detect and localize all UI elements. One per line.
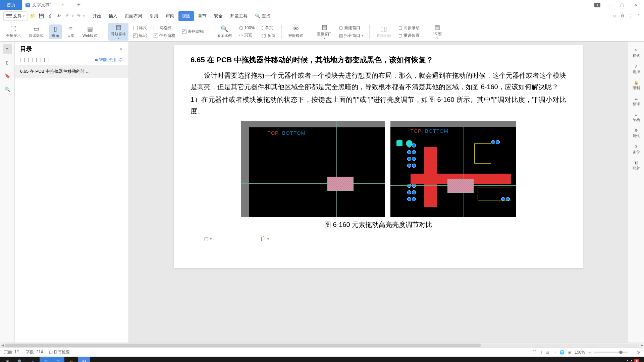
- toc-level1-icon[interactable]: [20, 58, 25, 62]
- new-tab-button[interactable]: +: [77, 1, 81, 8]
- menu-references[interactable]: 引用: [146, 11, 162, 21]
- toc-level3-icon[interactable]: [36, 58, 41, 62]
- print-preview-icon[interactable]: 👁: [55, 12, 63, 20]
- multi-page-button[interactable]: ▯▯ 多页: [259, 32, 277, 39]
- structure-pane-button[interactable]: ≡结构: [633, 113, 640, 122]
- save-icon[interactable]: 💾: [37, 12, 45, 20]
- feedback-icon[interactable]: ☺: [612, 13, 616, 18]
- menu-devtools[interactable]: 开发工具: [227, 11, 251, 21]
- smart-toc-button[interactable]: 智能识别目录: [95, 57, 123, 63]
- toc-level4-icon[interactable]: [44, 58, 49, 62]
- tray-sogou-icon[interactable]: S: [634, 359, 639, 362]
- scroll-right-icon[interactable]: ▶: [639, 344, 644, 347]
- undo-dropdown[interactable]: ▾: [72, 14, 74, 18]
- search-box[interactable]: 🔍 查找: [255, 13, 270, 19]
- menu-page-layout[interactable]: 页面布局: [121, 11, 146, 21]
- maximize-icon[interactable]: ▢: [617, 2, 627, 7]
- select-pane-button[interactable]: ⬀选择: [633, 64, 640, 74]
- restrict-pane-button[interactable]: 🔒限制: [633, 80, 640, 90]
- rail-bookmark-button[interactable]: 🔖: [3, 71, 12, 80]
- fullscreen-status-icon[interactable]: ⛶: [532, 350, 536, 355]
- taskbar-chrome-icon[interactable]: ●: [27, 357, 39, 362]
- task-pane-checkbox[interactable]: 任务窗格: [152, 32, 177, 39]
- view-read-icon[interactable]: ▭: [552, 350, 556, 355]
- menu-review[interactable]: 审阅: [162, 11, 178, 21]
- view-outline-icon[interactable]: ▤: [545, 350, 549, 355]
- new-window-button[interactable]: ▢ 新建窗口: [337, 24, 365, 32]
- eye-care-button[interactable]: 👁 护眼模式: [286, 25, 306, 39]
- percent100-button[interactable]: ▢ 100%: [237, 25, 257, 31]
- collapse-ribbon-icon[interactable]: ⌃: [637, 13, 641, 18]
- tab-home[interactable]: 首页: [0, 0, 22, 10]
- eye-status-icon[interactable]: ◉: [568, 350, 571, 355]
- mapping-pane-button[interactable]: ◧映射: [633, 161, 640, 171]
- zoom-out-icon[interactable]: −: [588, 350, 591, 355]
- page-indicator[interactable]: 页面: 1/1: [4, 349, 20, 355]
- zoom-ratio-button[interactable]: 🔍 显示比例: [214, 24, 234, 39]
- tab-document[interactable]: 文字文稿1 •: [22, 0, 70, 10]
- tray-ime-icon[interactable]: A: [630, 360, 633, 362]
- split-window-button[interactable]: ▤ 拆分窗口▾: [337, 32, 365, 39]
- paste-anchor-icon[interactable]: ▢ ▾: [204, 236, 212, 241]
- rail-toc-button[interactable]: ≡: [3, 44, 12, 54]
- redo-icon[interactable]: ↷: [74, 12, 83, 20]
- page-width-button[interactable]: ▭ 页宽: [237, 32, 257, 39]
- translate-pane-button[interactable]: ⇄翻译: [633, 97, 640, 107]
- js-macro-button[interactable]: ▤ JS 宏▾: [430, 23, 444, 41]
- undo-icon[interactable]: ↶: [63, 12, 71, 20]
- view-page-icon[interactable]: ▯: [540, 350, 542, 355]
- rail-search-button[interactable]: 🔍: [3, 84, 12, 94]
- scroll-left-icon[interactable]: ◀: [0, 344, 5, 347]
- horizontal-scrollbar[interactable]: ◀ ▶: [0, 343, 644, 347]
- single-page-button[interactable]: ▯ 单页: [259, 24, 277, 32]
- sidebar-close-icon[interactable]: ✕: [119, 47, 123, 52]
- tray-up-icon[interactable]: ⌃: [626, 360, 629, 362]
- spellcheck-button[interactable]: ▢ 拼写检查: [49, 349, 70, 355]
- toc-item[interactable]: 6.65 在 PCB 中拖拽器件移动的时 ...: [15, 65, 128, 78]
- markup-checkbox[interactable]: 标记: [131, 32, 149, 39]
- zoom-in-icon[interactable]: +: [631, 350, 633, 355]
- menu-insert[interactable]: 插入: [105, 11, 121, 21]
- table-dashes-checkbox[interactable]: 表格虚框: [180, 28, 206, 35]
- open-icon[interactable]: 📁: [29, 12, 37, 20]
- gridlines-checkbox[interactable]: 网格线: [152, 24, 177, 32]
- taskbar-app2-icon[interactable]: ▢: [52, 357, 64, 362]
- taskbar-app1-icon[interactable]: ▢: [40, 357, 52, 362]
- notification-badge[interactable]: 1: [594, 3, 600, 7]
- start-button[interactable]: ⊞: [1, 357, 13, 362]
- backup-pane-button[interactable]: ⟳备份: [633, 144, 640, 155]
- word-count[interactable]: 字数: 214: [26, 349, 43, 355]
- menu-chapters[interactable]: 章节: [195, 11, 210, 21]
- taskbar-app3-icon[interactable]: ◐: [65, 357, 77, 362]
- taskbar-search-icon[interactable]: 🔍: [14, 357, 26, 362]
- print-icon[interactable]: 🖨: [46, 12, 54, 20]
- zoom-percent[interactable]: 150%: [575, 350, 585, 355]
- zoom-slider[interactable]: [594, 352, 628, 353]
- close-icon[interactable]: ✕: [631, 2, 641, 7]
- taskbar-wps-icon[interactable]: W: [78, 357, 90, 362]
- minimize-icon[interactable]: —: [604, 2, 614, 7]
- settings-icon[interactable]: ⚙: [621, 13, 625, 18]
- page-mode-button[interactable]: ▯ 页面: [49, 24, 62, 39]
- outline-button[interactable]: ≡ 大纲: [64, 25, 77, 39]
- web-mode-button[interactable]: ▤ Web版式: [80, 24, 100, 39]
- menu-security[interactable]: 安全: [211, 11, 226, 21]
- fit-icon[interactable]: ⊙: [637, 350, 640, 355]
- scroll-thumb[interactable]: [5, 344, 481, 347]
- nav-pane-button[interactable]: ▤ 导航窗格 ▾: [108, 23, 128, 41]
- properties-pane-button[interactable]: ⚙属性: [633, 128, 640, 138]
- redo-dropdown[interactable]: ▾: [83, 14, 85, 18]
- paste-options-icon[interactable]: 📋 ▾: [260, 236, 270, 241]
- rearrange-button[interactable]: ▤ 重排窗口▾: [314, 23, 334, 41]
- more-icon[interactable]: ⋮: [629, 13, 633, 18]
- menu-view[interactable]: 视图: [178, 11, 194, 21]
- rail-page-button[interactable]: ▯: [3, 58, 12, 67]
- read-mode-button[interactable]: ▭ 阅读版式: [26, 24, 46, 39]
- fullscreen-button[interactable]: ⛶ 全屏显示: [3, 25, 23, 39]
- ruler-checkbox[interactable]: 标尺: [131, 24, 149, 32]
- file-menu[interactable]: 文件 ▾: [3, 11, 28, 21]
- menu-start[interactable]: 开始: [89, 11, 105, 21]
- style-pane-button[interactable]: ✎样式: [633, 48, 640, 58]
- view-web-icon[interactable]: 🌐: [559, 350, 565, 355]
- toc-level2-icon[interactable]: [28, 58, 33, 62]
